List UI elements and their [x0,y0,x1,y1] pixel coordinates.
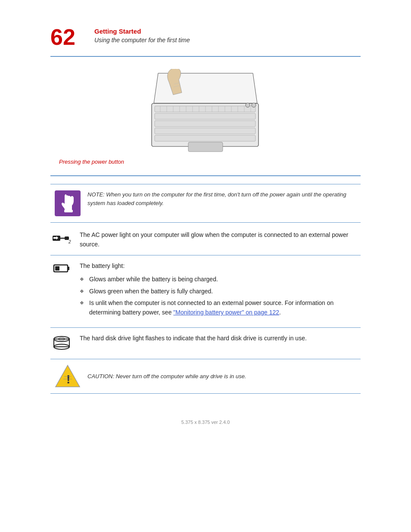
ac-power-icon: ➡ 2 [50,230,73,245]
svg-rect-24 [188,142,223,152]
svg-rect-35 [55,266,59,271]
image-divider [50,175,361,176]
svg-rect-3 [155,113,255,119]
caution-text: CAUTION: Never turn off the computer whi… [87,373,246,380]
chapter-subtitle: Using the computer for the first time [94,37,190,44]
battery-bullet-list: Glows amber while the battery is being c… [80,274,361,319]
divider-1 [50,255,361,255]
caution-icon: ! [55,364,81,388]
battery-text: The battery light: Glows amber while the… [80,261,361,321]
image-section: Pressing the power button [50,65,361,171]
battery-link[interactable]: "Monitoring battery power" on page 122 [173,309,279,316]
caution-box: ! CAUTION: Never turn off the computer w… [50,359,361,394]
svg-rect-27 [64,210,73,212]
hard-disk-icon [52,335,71,352]
caution-warning-icon: ! [55,364,81,388]
battery-bullet-1: Glows amber while the battery is being c… [80,274,361,286]
page-footer: 5.375 x 8.375 ver 2.4.0 [50,420,361,425]
battery-intro: The battery light: [80,262,125,269]
hdd-icon [50,334,73,352]
battery-row: The battery light: Glows amber while the… [50,261,361,321]
ac-power-text: The AC power light on your computer will… [80,230,361,249]
note-box: NOTE: When you turn on the computer for … [50,184,361,223]
svg-text:!: ! [66,373,70,386]
chapter-title: Getting Started [94,28,190,35]
note-icon [55,190,81,216]
battery-bullet-2: Glows green when the battery is fully ch… [80,286,361,298]
divider-2 [50,327,361,328]
svg-text:2: 2 [68,240,71,244]
header-text: Getting Started Using the computer for t… [94,26,190,44]
battery-bullet-3: Is unlit when the computer is not connec… [80,297,361,318]
page-content: 62 Getting Started Using the computer fo… [50,26,361,425]
image-caption: Pressing the power button [50,159,361,165]
svg-point-22 [246,103,250,107]
note-text: NOTE: When you turn on the computer for … [87,190,356,207]
page-number: 62 [50,26,85,48]
note-hand-icon [58,193,77,214]
ac-power-row: ➡ 2 The AC power light on your computer … [50,230,361,249]
svg-point-23 [252,103,256,107]
svg-rect-4 [155,121,255,127]
svg-rect-2 [155,106,255,112]
header-divider [50,56,361,57]
svg-text:➡: ➡ [53,234,59,241]
svg-rect-34 [68,267,69,270]
battery-indicator-icon [53,262,70,274]
keyboard-illustration [132,69,279,155]
hdd-row: The hard disk drive light flashes to ind… [50,334,361,352]
battery-icon [50,261,73,274]
svg-rect-5 [155,128,255,134]
hdd-text: The hard disk drive light flashes to ind… [80,334,361,343]
ac-adapter-icon: ➡ 2 [52,231,72,245]
svg-rect-6 [155,135,255,141]
page-header: 62 Getting Started Using the computer fo… [50,26,361,48]
